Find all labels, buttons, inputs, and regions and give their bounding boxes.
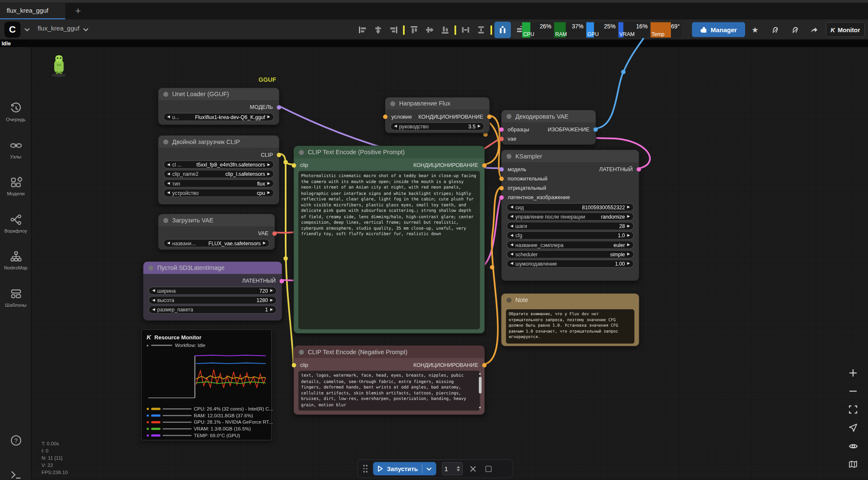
next-icon[interactable]: ▶ [627, 243, 630, 247]
prev-icon[interactable]: ◀ [394, 125, 397, 128]
ram-monitor[interactable]: 37%RAM [554, 22, 585, 38]
star-button[interactable]: ★ [748, 24, 762, 36]
gpu-monitor[interactable]: 25%GPU [586, 22, 617, 38]
collapse-dot[interactable] [163, 218, 168, 223]
new-tab-button[interactable]: + [71, 4, 85, 17]
next-icon[interactable]: ▶ [263, 241, 266, 245]
increment-icon[interactable] [456, 466, 460, 468]
prev-icon[interactable]: ◀ [167, 191, 170, 194]
run-options-chevron-icon[interactable] [426, 467, 432, 471]
widget-seed[interactable]: ◀сид810059300552322▶ [506, 203, 634, 211]
output-slot-vae[interactable] [273, 231, 277, 235]
decrement-icon[interactable] [456, 469, 460, 472]
node-header[interactable]: Декодировать VAE [501, 110, 595, 122]
output-slot-conditioning[interactable] [482, 363, 487, 367]
batch-count-steppers[interactable] [456, 466, 460, 472]
zoom-in-button[interactable] [845, 366, 861, 380]
widget-height[interactable]: ◀высота1280▶ [148, 296, 277, 305]
sidebar-item-templates[interactable]: Шаблоны [0, 288, 31, 319]
distribute-vertical-button[interactable] [474, 23, 488, 37]
prev-icon[interactable]: ◀ [510, 252, 513, 256]
collapse-dot[interactable] [148, 265, 153, 270]
node-header[interactable]: Unet Loader (GGUF) [159, 88, 279, 100]
input-slot-negative[interactable] [499, 186, 504, 190]
sidebar-item-nodesmap[interactable]: NodesMap [0, 251, 31, 282]
chevron-down-icon[interactable] [24, 28, 30, 31]
node-flux-guidance[interactable]: Направление Flux условие КОНДИЦИОНИРОВАН… [385, 97, 490, 133]
input-slot-positive[interactable] [499, 176, 504, 180]
input-slot-model[interactable] [499, 167, 504, 171]
notification-button-1[interactable] [768, 24, 782, 36]
zoom-out-button[interactable] [845, 384, 861, 398]
widget-device[interactable]: ◀устройствоcpu▶ [163, 189, 274, 197]
align-bottom-button[interactable] [438, 23, 452, 37]
negative-prompt-textarea[interactable]: text, logos, watermark, face, head, eyes… [298, 371, 480, 411]
batch-count-input[interactable]: 1 [442, 462, 463, 475]
workflow-tab[interactable]: flux_krea_gguf [0, 3, 65, 19]
node-clip-text-encode-negative[interactable]: CLIP Text Encode (Negative Prompt) clip … [293, 345, 485, 415]
next-icon[interactable]: ▶ [267, 172, 270, 176]
prev-icon[interactable]: ◀ [167, 115, 170, 119]
collapse-dot[interactable] [299, 150, 304, 155]
next-icon[interactable]: ▶ [627, 215, 630, 218]
fit-view-button[interactable] [845, 402, 861, 417]
minimap-button[interactable] [845, 457, 861, 472]
terminal-button[interactable] [0, 469, 31, 480]
help-button[interactable]: ? [0, 434, 31, 447]
toggle-link-visibility-button[interactable] [845, 439, 861, 453]
prev-icon[interactable]: ◀ [152, 289, 155, 292]
scroll-down-icon[interactable]: ▼ [479, 406, 482, 410]
sidebar-item-models[interactable]: Модели [0, 177, 31, 208]
node-clip-text-encode-positive[interactable]: CLIP Text Encode (Positive Prompt) clip … [293, 146, 485, 334]
widget-vae-name[interactable]: ◀названи...FLUX_vae.safetensors▶ [163, 239, 270, 247]
stretch-nodes-button[interactable] [494, 22, 511, 38]
temp-monitor[interactable]: 69°Temp [651, 22, 682, 38]
output-slot-image[interactable] [593, 127, 598, 131]
notification-button-2[interactable] [788, 24, 801, 36]
node-header[interactable]: KSampler [501, 150, 639, 162]
output-slot-clip[interactable] [277, 153, 281, 157]
next-icon[interactable]: ▶ [627, 224, 630, 228]
widget-width[interactable]: ◀ширина720▶ [148, 287, 277, 295]
scrollbar-thumb[interactable] [479, 377, 481, 393]
prev-icon[interactable]: ◀ [167, 182, 170, 185]
collapse-dot[interactable] [506, 153, 512, 158]
group-title[interactable]: GGUF [259, 76, 276, 83]
node-header[interactable]: Note [501, 294, 639, 306]
collapse-dot[interactable] [163, 92, 168, 97]
cpu-monitor[interactable]: 26%CPU [522, 22, 553, 38]
sidebar-item-workflows[interactable]: Воркфлоу [0, 214, 31, 244]
input-slot-samples[interactable] [499, 127, 504, 131]
widget-clip-name2[interactable]: ◀clip_name2clip_l.safetensors▶ [163, 170, 274, 178]
note-textarea[interactable]: Обратите внимание, что у Flux dev нет от… [506, 309, 634, 344]
next-icon[interactable]: ▶ [627, 252, 630, 256]
node-vae-decode[interactable]: Декодировать VAE образцы ИЗОБРАЖЕНИЕ vae [501, 110, 596, 145]
next-icon[interactable]: ▶ [270, 289, 273, 292]
input-slot-clip[interactable] [292, 363, 296, 367]
drag-handle[interactable] [363, 465, 367, 472]
scroll-up-icon[interactable]: ▲ [479, 372, 482, 375]
align-left-button[interactable] [356, 23, 370, 37]
input-slot-conditioning[interactable] [383, 114, 387, 119]
collapse-dot[interactable] [163, 139, 168, 144]
node-header[interactable]: Загрузить VAE [159, 214, 275, 226]
widget-guidance[interactable]: ◀руководство3.5▶ [390, 122, 484, 131]
next-icon[interactable]: ▶ [627, 205, 630, 209]
output-slot-model[interactable] [277, 105, 281, 109]
prev-icon[interactable]: ◀ [167, 163, 170, 166]
node-unet-loader[interactable]: Unet Loader (GGUF) МОДЕЛЬ ◀u...Flux\flux… [158, 87, 279, 125]
next-icon[interactable]: ▶ [267, 163, 270, 166]
prev-icon[interactable]: ◀ [510, 215, 513, 218]
prev-icon[interactable]: ◀ [152, 298, 155, 302]
next-icon[interactable]: ▶ [478, 125, 481, 128]
run-button[interactable]: Запустить [373, 462, 436, 475]
collapse-dot[interactable] [299, 350, 304, 355]
prev-icon[interactable]: ◀ [510, 205, 513, 209]
sidebar-item-queue[interactable]: Очередь [0, 103, 31, 133]
node-resource-monitor[interactable]: KResource Monitor Workflow: Idle CPU: 26… [141, 329, 272, 441]
node-header[interactable]: Направление Flux [385, 97, 490, 110]
widget-type[interactable]: ◀типflux▶ [163, 179, 274, 188]
input-slot-clip[interactable] [292, 163, 296, 167]
collapse-dot[interactable] [390, 101, 395, 106]
node-header[interactable]: CLIP Text Encode (Positive Prompt) [294, 146, 484, 158]
